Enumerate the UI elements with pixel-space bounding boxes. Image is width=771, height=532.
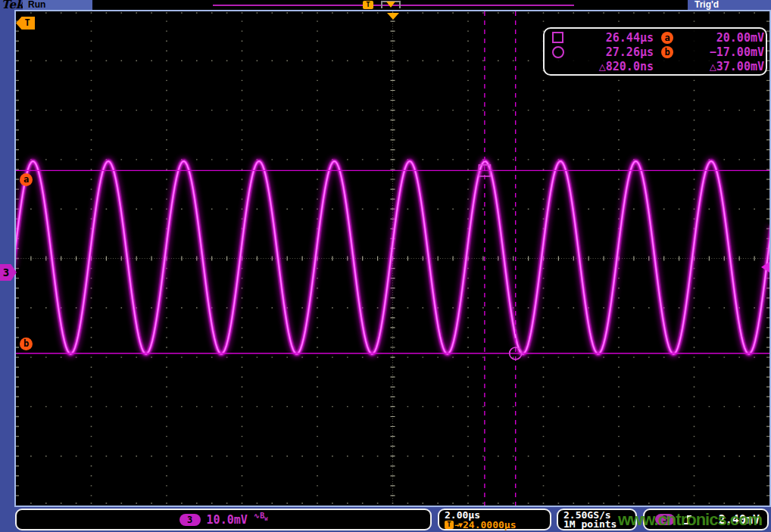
coupling-bandwidth-icons: ∿BW bbox=[254, 512, 268, 522]
timebase-box[interactable]: 2.00µs T →▼ 24.0000µs bbox=[438, 509, 551, 530]
cursor2-circle-icon bbox=[552, 46, 564, 58]
wave-inspector-strip: T bbox=[92, 0, 688, 10]
cursor-a-value: 20.00mV bbox=[681, 31, 764, 45]
channel-3-badge: 3 bbox=[179, 514, 201, 526]
expansion-point-icon bbox=[387, 13, 399, 20]
ac-coupling-icon: ∿ bbox=[254, 512, 260, 520]
acquisition-status: Run bbox=[23, 0, 92, 10]
bandwidth-limit-sub: W bbox=[264, 516, 267, 522]
delta-time: △820.0ns bbox=[575, 60, 654, 73]
trigger-status: Trig'd bbox=[688, 0, 771, 10]
oscilloscope-screen: Tek Run T Trig'd T a b 26.44µs a 20.00mV… bbox=[0, 0, 771, 532]
horizontal-delay: T →▼ 24.0000µs bbox=[445, 520, 550, 530]
cursor-a-marker[interactable]: a bbox=[20, 173, 33, 186]
cursor-a-badge: a bbox=[661, 32, 673, 44]
channel-3-settings-box[interactable]: 3 10.0mV ∿BW bbox=[15, 509, 432, 530]
cursor2-time: 27.26µs bbox=[575, 45, 654, 59]
cursor-b-value: −17.00mV bbox=[681, 45, 764, 59]
cursor-b-badge: b bbox=[661, 46, 673, 58]
graticule: T a b 26.44µs a 20.00mV 27.26µs b −17.00… bbox=[14, 10, 771, 507]
cursor1-square-icon bbox=[552, 32, 563, 43]
zoom-window-triangle-icon bbox=[386, 2, 395, 8]
delta-voltage: △37.00mV bbox=[681, 60, 764, 73]
channel-3-scale: 10.0mV bbox=[207, 513, 248, 527]
trigger-level-arrow-icon bbox=[761, 262, 769, 272]
cursor1-time: 26.44µs bbox=[575, 31, 654, 45]
delay-value: 24.0000µs bbox=[463, 520, 516, 530]
cursor-b-marker[interactable]: b bbox=[20, 338, 33, 350]
header-bar: Tek Run T Trig'd bbox=[0, 0, 771, 10]
watermark: www.cntronics.com bbox=[618, 510, 771, 530]
waveform-display bbox=[16, 11, 769, 506]
record-trigger-icon: T bbox=[363, 1, 373, 9]
cursor-readout-box: 26.44µs a 20.00mV 27.26µs b −17.00mV △82… bbox=[543, 27, 767, 76]
trigger-t-icon: T bbox=[445, 521, 454, 529]
delay-arrows-icon: →▼ bbox=[454, 520, 462, 530]
